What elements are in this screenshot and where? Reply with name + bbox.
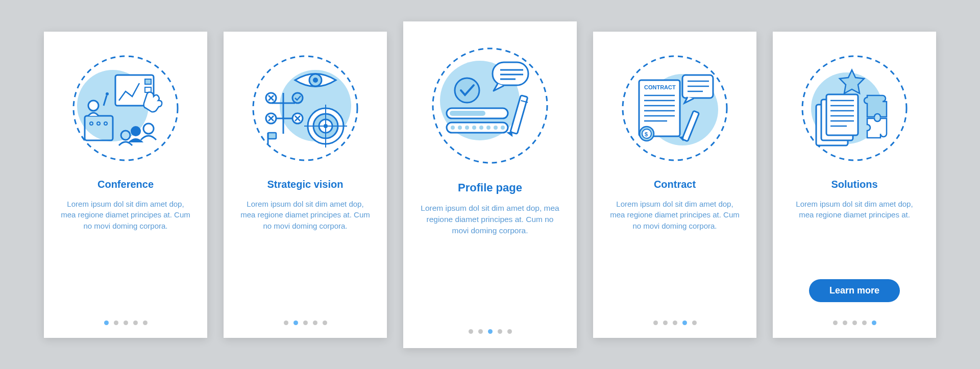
- dot[interactable]: [852, 321, 857, 325]
- svg-point-54: [479, 126, 483, 130]
- conference-icon: [59, 47, 192, 169]
- dot[interactable]: [498, 329, 502, 334]
- svg-point-51: [458, 126, 462, 130]
- pagination-dots: [469, 329, 512, 334]
- dot[interactable]: [323, 321, 327, 325]
- svg-rect-10: [145, 79, 151, 84]
- card-solutions: Solutions Lorem ipsum dol sit dim amet d…: [773, 32, 936, 338]
- dot[interactable]: [313, 321, 317, 325]
- dot[interactable]: [507, 329, 512, 334]
- card-title: Strategic vision: [267, 179, 344, 190]
- dot[interactable]: [469, 329, 473, 334]
- card-conference: Conference Lorem ipsum dol sit dim amet …: [44, 32, 207, 338]
- dot[interactable]: [104, 321, 109, 325]
- dot[interactable]: [862, 321, 867, 325]
- onboarding-cards-row: Conference Lorem ipsum dol sit dim amet …: [44, 21, 936, 348]
- contract-icon: CONTRACT $: [608, 47, 741, 169]
- svg-point-53: [472, 126, 476, 130]
- pagination-dots: [284, 321, 327, 325]
- card-title: Contract: [654, 179, 696, 190]
- dot[interactable]: [124, 321, 128, 325]
- card-description: Lorem ipsum dol sit dim amet dop, mea re…: [788, 199, 921, 274]
- svg-point-55: [486, 126, 491, 130]
- learn-more-button[interactable]: Learn more: [809, 279, 900, 302]
- pagination-dots: [104, 321, 148, 325]
- dot[interactable]: [872, 321, 876, 325]
- svg-text:$: $: [645, 131, 648, 137]
- svg-point-12: [131, 126, 141, 136]
- svg-point-18: [313, 78, 318, 83]
- svg-point-6: [88, 101, 99, 111]
- dot[interactable]: [488, 329, 493, 334]
- dot[interactable]: [653, 321, 658, 325]
- card-title: Conference: [97, 179, 154, 190]
- card-title: Solutions: [831, 179, 877, 190]
- dot[interactable]: [833, 321, 838, 325]
- card-title: Profile page: [458, 181, 522, 194]
- profile-page-icon: [420, 39, 560, 172]
- pagination-dots: [653, 321, 697, 325]
- svg-point-28: [292, 93, 303, 103]
- pagination-dots: [833, 321, 876, 325]
- svg-point-57: [501, 126, 505, 130]
- solutions-icon: [788, 47, 921, 169]
- svg-rect-32: [268, 133, 276, 139]
- dot[interactable]: [133, 321, 138, 325]
- dot[interactable]: [284, 321, 288, 325]
- svg-rect-48: [450, 111, 485, 116]
- card-description: Lorem ipsum dol sit dim amet dop, mea re…: [608, 199, 741, 311]
- card-profile-page: Profile page Lorem ipsum dol sit dim ame…: [403, 21, 577, 348]
- card-description: Lorem ipsum dol sit dim amet dop, mea re…: [239, 199, 372, 311]
- svg-text:CONTRACT: CONTRACT: [644, 84, 676, 90]
- svg-rect-49: [447, 122, 508, 133]
- strategic-vision-icon: [239, 47, 372, 169]
- dot[interactable]: [114, 321, 118, 325]
- svg-point-8: [106, 92, 109, 95]
- card-description: Lorem ipsum dol sit dim amet dop, mea re…: [59, 199, 192, 311]
- dot[interactable]: [843, 321, 847, 325]
- dot[interactable]: [143, 321, 148, 325]
- svg-point-46: [455, 78, 479, 103]
- dot[interactable]: [673, 321, 677, 325]
- svg-point-56: [494, 126, 498, 130]
- dot[interactable]: [293, 321, 298, 325]
- card-description: Lorem ipsum dol sit dim amet dop, mea re…: [420, 203, 560, 320]
- dot[interactable]: [303, 321, 308, 325]
- dot[interactable]: [663, 321, 668, 325]
- card-contract: CONTRACT $ Con: [593, 32, 756, 338]
- svg-point-50: [451, 126, 455, 130]
- svg-point-13: [143, 124, 154, 134]
- dot[interactable]: [478, 329, 483, 334]
- svg-point-52: [465, 126, 469, 130]
- card-strategic-vision: Strategic vision Lorem ipsum dol sit dim…: [224, 32, 387, 338]
- dot[interactable]: [692, 321, 697, 325]
- dot[interactable]: [682, 321, 687, 325]
